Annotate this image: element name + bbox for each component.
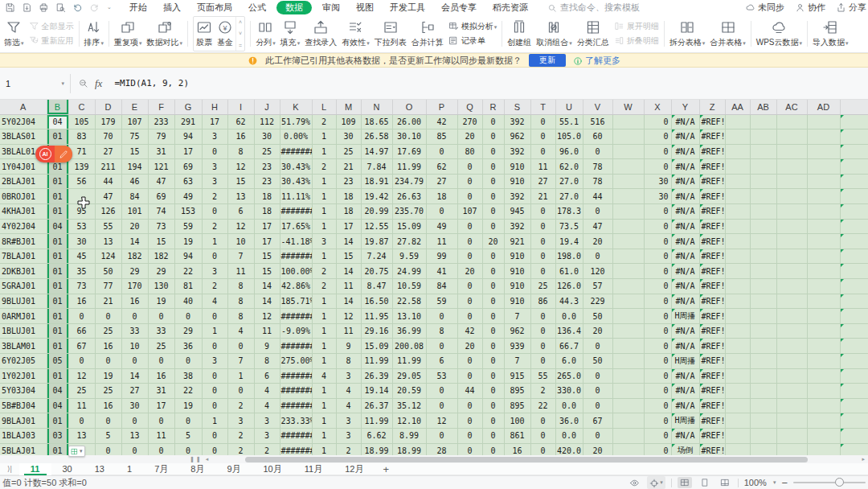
cell-O5[interactable]: 234.79: [392, 174, 426, 189]
cell-F4[interactable]: 121: [148, 159, 174, 175]
cell-I21[interactable]: 3: [227, 413, 254, 429]
cell-AB20[interactable]: [750, 398, 776, 413]
cell-X5[interactable]: 30: [644, 174, 671, 189]
cell-L22[interactable]: 1: [312, 428, 336, 443]
cell-R1[interactable]: 0: [482, 114, 504, 129]
cell-AC22[interactable]: [776, 428, 807, 443]
cell-F5[interactable]: 47: [148, 174, 174, 189]
cell-X21[interactable]: 0: [644, 413, 671, 429]
cell-F16[interactable]: 25: [148, 339, 174, 354]
cell-AD22[interactable]: [807, 428, 840, 443]
cell-B11[interactable]: 01: [47, 264, 68, 279]
cell-Z3[interactable]: #REF!: [699, 144, 725, 159]
zoom-slider-thumb[interactable]: [835, 478, 844, 487]
cell-X10[interactable]: 0: [644, 249, 671, 264]
cell-W7[interactable]: [612, 204, 644, 220]
cell-AB4[interactable]: [750, 159, 776, 175]
cell-Q14[interactable]: 0: [457, 309, 482, 324]
cell-B14[interactable]: 01: [47, 309, 68, 324]
cell-AA8[interactable]: [725, 219, 750, 234]
cell-F9[interactable]: 15: [148, 234, 174, 249]
cell-AD23[interactable]: [807, 443, 840, 455]
cell-W23[interactable]: [612, 443, 644, 455]
cell-M3[interactable]: 25: [336, 144, 361, 159]
cell-F13[interactable]: 19: [148, 294, 174, 309]
cell-S20[interactable]: 895: [504, 398, 530, 413]
cell-P19[interactable]: 0: [426, 384, 457, 399]
cell-H7[interactable]: 0: [202, 204, 227, 220]
cell-A14[interactable]: 0ARMJ01: [0, 309, 47, 324]
cell-F17[interactable]: 0: [148, 354, 174, 369]
cell-P1[interactable]: 42: [426, 114, 457, 129]
cell-R3[interactable]: 0: [482, 144, 504, 159]
cell-T7[interactable]: 0: [530, 204, 555, 220]
col-header-X[interactable]: X: [644, 100, 671, 114]
pane-splitter-icon[interactable]: ❚❚ ◂: [190, 456, 210, 462]
col-header-extra[interactable]: [840, 100, 868, 114]
cell-X16[interactable]: 0: [644, 339, 671, 354]
cell-AB7[interactable]: [750, 204, 776, 220]
lookup-entry-button[interactable]: 查找录入: [302, 18, 339, 50]
cell-X12[interactable]: 0: [644, 279, 671, 294]
cell-V2[interactable]: 60: [583, 129, 612, 145]
cell-AC23[interactable]: [776, 443, 807, 455]
cell-V8[interactable]: 47: [583, 219, 612, 234]
cell-A22[interactable]: 1BLAJ03: [0, 428, 47, 443]
cell-A5[interactable]: 2BLAJ01: [0, 174, 47, 189]
cell-Q17[interactable]: 0: [457, 354, 482, 369]
cell-T17[interactable]: 0: [530, 354, 555, 369]
cell-X6[interactable]: 30: [644, 189, 671, 204]
cell-K6[interactable]: 11.11%: [280, 189, 312, 204]
add-sheet-button[interactable]: +: [375, 463, 397, 475]
cell-AB11[interactable]: [750, 264, 776, 279]
cell-D10[interactable]: 124: [95, 249, 121, 264]
cell-X7[interactable]: 0: [644, 204, 671, 220]
cell-Q19[interactable]: 44: [457, 384, 482, 399]
zoom-out-button[interactable]: −: [781, 477, 788, 489]
cell-O4[interactable]: 11.99: [392, 159, 426, 175]
cell-N5[interactable]: 18.91: [361, 174, 392, 189]
cell-AA21[interactable]: [725, 413, 750, 429]
cell-J15[interactable]: 11: [254, 323, 280, 339]
cell-AB23[interactable]: [750, 443, 776, 455]
sheet-tab-12月[interactable]: 12月: [334, 463, 375, 475]
cell-J11[interactable]: 15: [254, 264, 280, 279]
cell-C2[interactable]: 83: [68, 129, 95, 145]
print-icon[interactable]: [39, 2, 49, 13]
cell-N15[interactable]: 29.16: [361, 323, 392, 339]
cell-D16[interactable]: 16: [95, 339, 121, 354]
sheet-tab-7月[interactable]: 7月: [143, 463, 179, 475]
cell-Q2[interactable]: 20: [457, 129, 482, 145]
cell-Y2[interactable]: #N/A: [671, 129, 699, 145]
cell-C21[interactable]: 0: [68, 413, 95, 429]
cell-T8[interactable]: 0: [530, 219, 555, 234]
cell-N21[interactable]: 11.99: [361, 413, 392, 429]
cell-E21[interactable]: 0: [121, 413, 148, 429]
col-header-P[interactable]: P: [426, 100, 457, 114]
sheet-tab-10月[interactable]: 10月: [252, 463, 293, 475]
cell-W19[interactable]: [612, 384, 644, 399]
cell-S21[interactable]: 100: [504, 413, 530, 429]
cell-L17[interactable]: 1: [312, 354, 336, 369]
cell-S6[interactable]: 392: [504, 189, 530, 204]
cell-Q3[interactable]: 80: [457, 144, 482, 159]
cell-I11[interactable]: 11: [227, 264, 254, 279]
cell-V9[interactable]: 20: [583, 234, 612, 249]
cell-D18[interactable]: 19: [95, 368, 121, 384]
cell-Y1[interactable]: #N/A: [671, 114, 699, 129]
cell-R10[interactable]: 0: [482, 249, 504, 264]
cell-W6[interactable]: [612, 189, 644, 204]
cell-X8[interactable]: 0: [644, 219, 671, 234]
cell-I18[interactable]: 1: [227, 368, 254, 384]
cell-J10[interactable]: 15: [254, 249, 280, 264]
cell-T23[interactable]: 0: [530, 443, 555, 455]
cell-U20[interactable]: 0.0: [555, 398, 583, 413]
cell-AB9[interactable]: [750, 234, 776, 249]
col-header-F[interactable]: F: [148, 100, 174, 114]
cell-AC16[interactable]: [776, 339, 807, 354]
col-header-AA[interactable]: AA: [725, 100, 750, 114]
cell-R11[interactable]: 0: [482, 264, 504, 279]
cell-B17[interactable]: 05: [47, 354, 68, 369]
tab-review[interactable]: 审阅: [314, 2, 348, 14]
cell-S15[interactable]: 962: [504, 323, 530, 339]
